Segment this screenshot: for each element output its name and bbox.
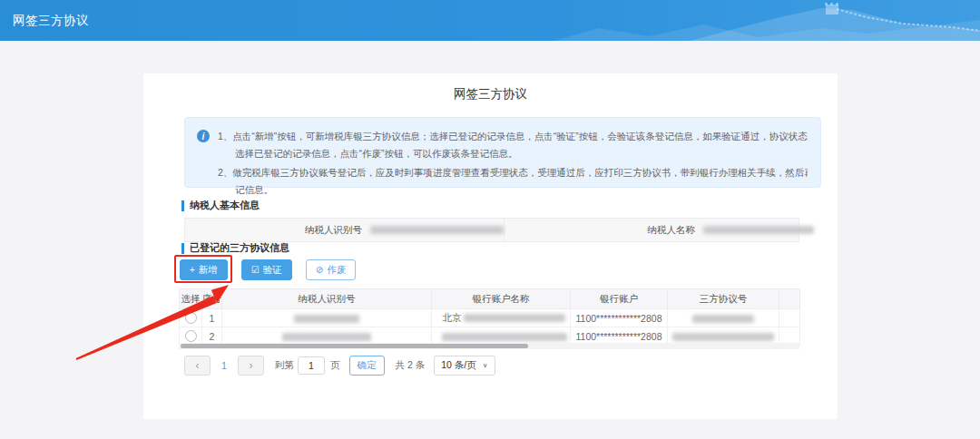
void-button[interactable]: ⊘ 作废 — [306, 259, 356, 280]
table-header-row: 选择 序号 纳税人识别号 银行账户名称 银行账户 三方协议号 — [180, 289, 800, 309]
plus-icon: + — [190, 266, 195, 275]
next-page-button[interactable]: › — [238, 356, 264, 376]
row-seq: 1 — [202, 309, 222, 327]
section-bar-icon — [181, 200, 184, 211]
col-seq: 序号 — [202, 289, 222, 309]
row-taxpayer-id — [222, 309, 432, 327]
toolbar: + 新增 ☑ 验证 ⊘ 作废 — [180, 259, 356, 280]
col-bank-account: 银行账户 — [571, 289, 668, 309]
col-bank-account-name: 银行账户名称 — [432, 289, 571, 309]
col-taxpayer-id: 纳税人识别号 — [222, 289, 432, 309]
notice-line: 2、做完税库银三方协议账号登记后，应及时到事项进度管理查看受理状态，受理通过后，… — [218, 164, 808, 181]
current-page[interactable]: 1 — [211, 360, 238, 371]
void-button-label: 作废 — [327, 264, 346, 277]
row-agreement-no — [668, 309, 779, 327]
notice-line: 记信息。 — [218, 181, 808, 199]
taxpayer-id-label: 纳税人识别号 — [185, 224, 362, 237]
row-overflow — [779, 309, 800, 327]
banner-title: 网签三方协议 — [13, 0, 89, 41]
void-icon: ⊘ — [316, 266, 323, 275]
add-button-label: 新增 — [199, 264, 218, 277]
great-wall-illustration-icon — [554, 0, 980, 41]
page: 网签三方协议 网签三方协议 i 1、点击“新增”按钮，可新增税库银三方协议信息；… — [0, 0, 980, 439]
top-banner: 网签三方协议 — [0, 0, 980, 41]
section-basic-info-label: 纳税人基本信息 — [190, 199, 260, 212]
scrollbar-thumb[interactable] — [181, 344, 528, 348]
col-agreement-no: 三方协议号 — [668, 289, 779, 309]
chevron-down-icon: ∨ — [483, 362, 488, 368]
row-bank-name: 北京 — [432, 309, 571, 327]
verify-button[interactable]: ☑ 验证 — [241, 259, 292, 280]
add-button[interactable]: + 新增 — [180, 259, 228, 280]
col-overflow — [779, 289, 800, 309]
verify-button-label: 验证 — [263, 264, 282, 277]
section-agreements-label: 已登记的三方协议信息 — [190, 241, 289, 255]
goto-page-input[interactable] — [298, 356, 325, 375]
notice-box: i 1、点击“新增”按钮，可新增税库银三方协议信息；选择已登记的记录信息，点击“… — [184, 117, 821, 188]
check-square-icon: ☑ — [251, 266, 260, 275]
page-title: 网签三方协议 — [143, 86, 838, 102]
prev-page-button[interactable]: ‹ — [184, 356, 211, 376]
col-select: 选择 — [180, 289, 202, 309]
page-size-value: 10 条/页 — [441, 359, 476, 372]
row-radio[interactable] — [185, 330, 197, 342]
taxpayer-id-field: 纳税人识别号 — [185, 219, 504, 241]
notice-line: 1、点击“新增”按钮，可新增税库银三方协议信息；选择已登记的记录信息，点击“验证… — [218, 128, 808, 145]
section-basic-info: 纳税人基本信息 — [181, 199, 260, 212]
total-count-label: 共 2 条 — [396, 359, 426, 372]
notice-line: 选择已登记的记录信息，点击“作废”按钮，可以作废该条登记信息。 — [218, 145, 808, 162]
row-bank-account: 1100************2808 — [571, 309, 668, 327]
agreements-table: 选择 序号 纳税人识别号 银行账户名称 银行账户 三方协议号 1 北京 1100… — [179, 288, 800, 346]
confirm-button[interactable]: 确定 — [349, 356, 385, 376]
info-icon: i — [197, 130, 210, 142]
row-bank-name-prefix: 北京 — [443, 312, 462, 323]
section-bar-icon — [181, 243, 184, 254]
taxpayer-name-masked-value — [703, 226, 814, 234]
row-radio[interactable] — [185, 312, 197, 324]
main-card: 网签三方协议 i 1、点击“新增”按钮，可新增税库银三方协议信息；选择已登记的记… — [143, 73, 838, 419]
taxpayer-name-label: 纳税人名称 — [505, 224, 695, 237]
page-size-select[interactable]: 10 条/页 ∨ — [434, 356, 495, 376]
taxpayer-info-row: 纳税人识别号 纳税人名称 — [184, 218, 799, 242]
pagination: ‹ 1 › 到第 页 确定 共 2 条 10 条/页 ∨ — [184, 356, 495, 376]
goto-suffix-label: 页 — [330, 359, 340, 372]
taxpayer-id-masked-value — [370, 226, 504, 234]
goto-prefix-label: 到第 — [275, 359, 294, 372]
taxpayer-name-field: 纳税人名称 — [504, 219, 814, 241]
table-row: 1 北京 1100************2808 — [180, 309, 800, 327]
section-agreements: 已登记的三方协议信息 — [181, 241, 289, 255]
horizontal-scrollbar[interactable] — [179, 343, 799, 349]
